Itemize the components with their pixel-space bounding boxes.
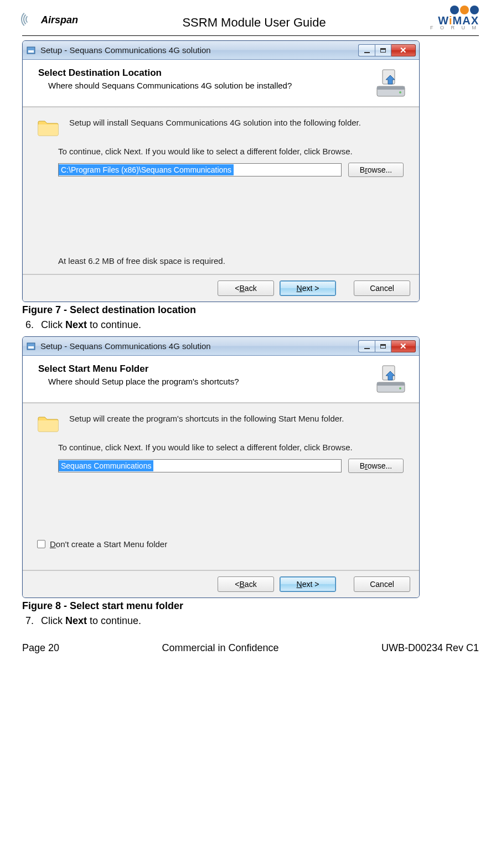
airspan-label: Airspan [41,14,78,26]
wimax-dot-icon [470,6,479,14]
wimax-dot-icon [460,6,469,14]
next-button[interactable]: Next > [280,280,336,296]
window-title: Setup - Sequans Communications 4G soluti… [40,45,358,55]
step-instruction: 7. Click Next to continue. [25,615,479,627]
wizard-body: Setup will install Sequans Communication… [23,108,419,274]
header-rule [22,35,479,36]
wizard-heading: Select Start Menu Folder [38,363,239,375]
minimize-button[interactable] [358,44,375,56]
maximize-button[interactable] [375,44,391,56]
minimize-button[interactable] [358,340,375,352]
maximize-button[interactable] [375,340,391,352]
continue-line: To continue, click Next. If you would li… [58,443,404,452]
installer-window-destination: Setup - Sequans Communications 4G soluti… [22,40,420,302]
step-number: 6. [25,319,41,331]
window-controls: ✕ [358,44,416,56]
step-number: 7. [25,615,41,627]
window-title: Setup - Sequans Communications 4G soluti… [40,341,358,351]
browse-button[interactable]: Browse... [348,459,404,473]
back-button[interactable]: < Back [218,576,274,592]
wizard-header: Select Start Menu Folder Where should Se… [23,356,419,402]
wizard-body: Setup will create the program's shortcut… [23,404,419,570]
wimax-logo: WiMAX F O R U M [430,6,479,30]
svg-rect-7 [28,346,34,349]
cancel-button[interactable]: Cancel [354,280,410,296]
svg-point-4 [399,91,401,93]
confidentiality-label: Commercial in Confidence [162,642,278,654]
disk-space-label: At least 6.2 MB of free disk space is re… [58,256,404,266]
airspan-arcs-icon [22,10,39,30]
figure-caption: Figure 8 - Select start menu folder [22,600,479,612]
folder-icon [37,414,59,433]
close-icon: ✕ [400,342,407,350]
wizard-subheading: Where should Sequans Communications 4G s… [38,81,292,90]
destination-path-value: C:\Program Files (x86)\Sequans Communica… [59,164,234,175]
install-to-disk-icon [374,363,408,394]
wizard-subheading: Where should Setup place the program's s… [38,377,239,386]
wimax-forum-label: F O R U M [430,25,479,30]
browse-button[interactable]: Browse... [348,163,404,177]
continue-line: To continue, click Next. If you would li… [58,147,404,156]
maximize-icon [380,344,386,349]
minimize-icon [364,348,370,349]
close-button[interactable]: ✕ [391,44,416,56]
airspan-logo: Airspan [22,10,78,30]
installer-icon [26,45,36,55]
wizard-footer: < Back Next > Cancel [23,274,419,302]
install-line: Setup will install Sequans Communication… [69,118,361,127]
destination-path-input[interactable]: C:\Program Files (x86)\Sequans Communica… [58,163,342,176]
back-button[interactable]: < Back [218,280,274,296]
maximize-icon [380,48,386,53]
installer-icon [26,341,36,351]
doc-revision: UWB-D00234 Rev C1 [381,642,479,654]
figure-caption: Figure 7 - Select destination location [22,304,479,316]
next-button[interactable]: Next > [280,576,336,592]
svg-point-10 [399,387,401,389]
window-titlebar[interactable]: Setup - Sequans Communications 4G soluti… [23,337,419,356]
step-instruction: 6. Click Next to continue. [25,319,479,331]
start-menu-folder-value: Sequans Communications [59,460,153,471]
minimize-icon [364,52,370,53]
close-button[interactable]: ✕ [391,340,416,352]
start-menu-folder-input[interactable]: Sequans Communications [58,459,342,472]
window-titlebar[interactable]: Setup - Sequans Communications 4G soluti… [23,41,419,60]
install-to-disk-icon [374,67,408,98]
svg-rect-9 [377,382,405,386]
dont-create-label: Don't create a Start Menu folder [50,539,167,549]
cancel-button[interactable]: Cancel [354,576,410,592]
wizard-footer: < Back Next > Cancel [23,570,419,597]
wimax-dot-icon [450,6,459,14]
svg-rect-1 [28,50,34,53]
page-number: Page 20 [22,642,59,654]
svg-rect-3 [377,86,405,90]
window-controls: ✕ [358,340,416,352]
dont-create-checkbox[interactable] [37,540,45,548]
document-header: Airspan SSRM Module User Guide WiMAX F O… [22,6,479,33]
doc-title: SSRM Module User Guide [78,15,430,30]
wizard-header: Select Destination Location Where should… [23,60,419,106]
folder-icon [37,118,59,137]
installer-window-start-menu: Setup - Sequans Communications 4G soluti… [22,336,420,598]
wizard-heading: Select Destination Location [38,67,292,79]
install-line: Setup will create the program's shortcut… [69,414,344,423]
document-footer: Page 20 Commercial in Confidence UWB-D00… [22,642,479,654]
close-icon: ✕ [400,46,407,54]
wimax-wordmark: WiMAX [430,15,479,25]
